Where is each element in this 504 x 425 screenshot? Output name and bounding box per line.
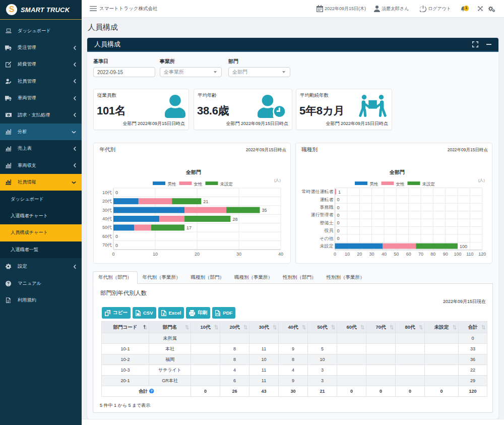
svg-text:男性: 男性 (370, 181, 379, 187)
svg-text:0: 0 (115, 190, 118, 195)
svg-text:その他: その他 (320, 236, 333, 241)
svg-text:80: 80 (430, 252, 435, 257)
svg-text:17: 17 (186, 225, 192, 230)
svg-text:未設定: 未設定 (422, 181, 435, 187)
svg-text:女性: 女性 (194, 181, 203, 187)
svg-text:0: 0 (334, 252, 336, 257)
svg-text:0: 0 (337, 205, 340, 210)
svg-text:100: 100 (460, 244, 467, 249)
svg-text:30: 30 (369, 252, 374, 257)
svg-text:(人): (人) (274, 178, 281, 183)
svg-text:未設定: 未設定 (320, 244, 334, 249)
svg-text:0: 0 (337, 197, 340, 202)
svg-text:役員: 役員 (324, 228, 334, 233)
svg-text:30: 30 (236, 252, 241, 257)
svg-text:10: 10 (153, 252, 158, 257)
svg-text:0: 0 (337, 236, 340, 241)
svg-text:0: 0 (337, 220, 340, 225)
svg-text:60代: 60代 (102, 234, 112, 239)
svg-text:運転者: 運転者 (320, 197, 334, 202)
svg-text:50代: 50代 (102, 225, 112, 230)
svg-text:20: 20 (195, 252, 200, 257)
svg-text:事務職: 事務職 (320, 205, 334, 210)
svg-text:20代: 20代 (102, 199, 112, 204)
svg-text:?: ? (150, 389, 152, 393)
svg-text:0: 0 (337, 228, 340, 233)
svg-text:28: 28 (232, 217, 237, 222)
svg-text:常時選任運転者: 常時選任運転者 (302, 189, 334, 194)
svg-text:全部門: 全部門 (389, 169, 405, 175)
svg-text:1: 1 (338, 190, 341, 195)
svg-text:40: 40 (278, 252, 283, 257)
svg-text:60: 60 (406, 252, 411, 257)
svg-text:運行管理者: 運行管理者 (311, 212, 334, 217)
svg-text:50: 50 (394, 252, 399, 257)
svg-text:全部門: 全部門 (185, 169, 201, 175)
svg-text:(人): (人) (478, 178, 485, 183)
svg-text:未設定: 未設定 (220, 181, 233, 187)
svg-text:0: 0 (115, 243, 118, 248)
svg-text:10: 10 (345, 252, 350, 257)
svg-text:110: 110 (466, 252, 473, 257)
svg-text:35: 35 (262, 208, 267, 213)
svg-text:40代: 40代 (102, 216, 112, 221)
svg-text:90: 90 (443, 252, 448, 257)
svg-text:21: 21 (203, 199, 208, 204)
svg-text:男性: 男性 (168, 181, 177, 187)
svg-text:30代: 30代 (102, 208, 112, 213)
svg-text:0: 0 (115, 234, 118, 239)
svg-text:100: 100 (454, 252, 461, 257)
svg-text:0: 0 (337, 213, 340, 218)
svg-text:70: 70 (418, 252, 423, 257)
svg-text:10代: 10代 (102, 190, 112, 195)
svg-text:120: 120 (478, 252, 486, 257)
svg-text:40: 40 (382, 252, 387, 257)
svg-text:0: 0 (112, 252, 114, 257)
svg-text:20: 20 (357, 252, 362, 257)
svg-text:70代: 70代 (102, 242, 112, 248)
svg-text:女性: 女性 (396, 181, 405, 187)
svg-text:整備士: 整備士 (320, 220, 334, 225)
